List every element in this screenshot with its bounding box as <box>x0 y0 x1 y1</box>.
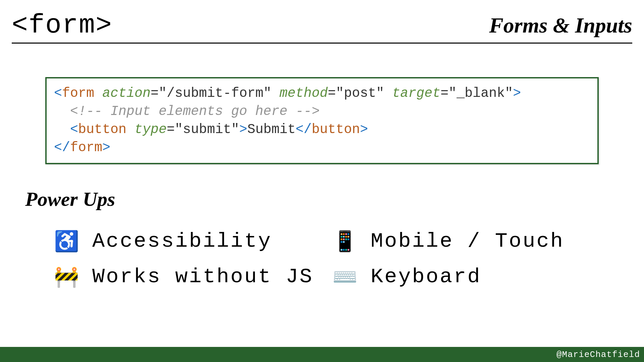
powerup-label: Accessibility <box>92 229 272 253</box>
code-line-4: </form> <box>54 140 110 155</box>
page-category: Forms & Inputs <box>489 13 632 38</box>
accessibility-icon: ♿ <box>54 229 80 253</box>
powerup-no-js: 🚧 Works without JS <box>54 265 332 289</box>
author-handle: @MarieChatfield <box>556 350 640 360</box>
powerup-keyboard: ⌨️ Keyboard <box>332 265 610 289</box>
code-line-1: <form action="/submit-form" method="post… <box>54 86 521 101</box>
mobile-icon: 📱 <box>332 229 359 253</box>
powerup-mobile-touch: 📱 Mobile / Touch <box>332 229 610 253</box>
keyboard-icon: ⌨️ <box>332 265 359 289</box>
construction-icon: 🚧 <box>54 265 80 289</box>
powerup-label: Works without JS <box>92 265 313 289</box>
page-title: <form> <box>12 10 112 41</box>
slide: <form> Forms & Inputs <form action="/sub… <box>0 0 644 362</box>
code-line-3: <button type="submit">Submit</button> <box>54 122 368 137</box>
code-line-2: <!-- Input elements go here --> <box>54 104 320 119</box>
powerups-heading: Power Ups <box>25 188 632 211</box>
slide-header: <form> Forms & Inputs <box>12 10 632 44</box>
powerups-grid: ♿ Accessibility 📱 Mobile / Touch 🚧 Works… <box>54 229 632 289</box>
code-example: <form action="/submit-form" method="post… <box>45 77 599 164</box>
powerup-accessibility: ♿ Accessibility <box>54 229 332 253</box>
powerup-label: Mobile / Touch <box>371 229 564 253</box>
powerup-label: Keyboard <box>371 265 481 289</box>
footer-bar: @MarieChatfield <box>0 347 644 362</box>
